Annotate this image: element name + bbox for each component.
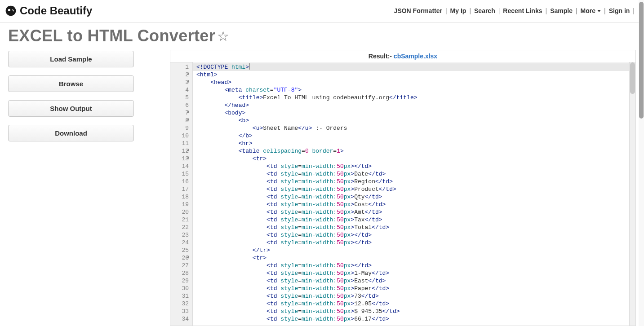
nav-separator: | [633,7,635,14]
code-line[interactable]: <hr> [196,140,634,147]
fold-toggle-icon[interactable] [187,72,190,76]
code-line[interactable]: <tr> [196,254,634,262]
main-content: Load SampleBrowseShow OutputDownload Res… [0,50,644,326]
code-line[interactable]: <td style=min-width:50px>Date</td> [196,170,634,178]
code-line[interactable]: <td style=min-width:50px>Qty</td> [196,193,634,201]
nav-separator: | [546,7,547,14]
code-line[interactable]: <u>Sheet Name</u> :- Orders [196,124,634,132]
text-cursor [249,63,249,70]
code-line[interactable]: <td style=min-width:50px>Tax</td> [196,216,634,224]
editor-scrollbar[interactable] [629,62,635,326]
code-line[interactable]: <td style=min-width:50px>73</td> [196,292,634,300]
gutter-line: 5 [170,94,189,101]
nav-link-my-ip[interactable]: My Ip [450,7,466,14]
gutter-line: 11 [170,140,189,147]
code-line[interactable]: <b> [196,117,634,124]
code-line[interactable]: <td style=min-width:50px>1-May</td> [196,269,634,277]
editor-scrollbar-thumb[interactable] [630,62,635,94]
code-line[interactable]: <td style=min-width:50px>Paper</td> [196,285,634,292]
top-header: Code Beautify JSON Formatter|My Ip|Searc… [0,0,644,23]
nav-link-search[interactable]: Search [474,7,495,14]
page-scrollbar-thumb[interactable] [639,2,644,119]
gutter-line: 30 [170,285,189,292]
fold-toggle-icon[interactable] [187,110,190,114]
code-line[interactable]: <td style=min-width:50px>12.95</td> [196,300,634,308]
brand[interactable]: Code Beautify [4,4,92,17]
nav-separator: | [498,7,500,14]
gutter-line: 9 [170,124,189,132]
code-line[interactable]: <head> [196,79,634,86]
code-line[interactable]: <td style=min-width:50px>Total</td> [196,224,634,231]
gutter-line: 29 [170,277,189,285]
download-button[interactable]: Download [8,125,134,141]
code-line[interactable]: </b> [196,132,634,140]
gutter-line: 34 [170,315,189,323]
fold-toggle-icon[interactable] [187,149,190,152]
brand-icon [4,4,17,17]
gutter-line: 33 [170,308,189,315]
code-line[interactable]: <table cellspacing=0 border=1> [196,147,634,155]
show-output-button[interactable]: Show Output [8,100,134,117]
code-line[interactable]: <html> [196,71,634,79]
code-line[interactable]: <td style=min-width:50px></td> [196,163,634,170]
code-line[interactable]: <td style=min-width:50px>Amt</td> [196,208,634,216]
page-scrollbar[interactable] [639,0,644,326]
code-line[interactable]: <td style=min-width:50px>East</td> [196,277,634,285]
gutter-line: 28 [170,269,189,277]
code-line[interactable]: <td style=min-width:50px></td> [196,239,634,247]
gutter-line: 12 [170,147,189,155]
code-line[interactable]: <td style=min-width:50px></td> [196,262,634,269]
fold-toggle-icon[interactable] [187,156,190,160]
nav-link-json-formatter[interactable]: JSON Formatter [394,7,442,14]
gutter-line: 20 [170,208,189,216]
nav-links: JSON Formatter|My Ip|Search|Recent Links… [394,7,636,14]
code-line[interactable]: <td style=min-width:50px>Region</td> [196,178,634,185]
nav-link-sample[interactable]: Sample [550,7,573,14]
editor-gutter: 1234567891011121314151617181920212223242… [170,62,193,326]
load-sample-button[interactable]: Load Sample [8,51,134,67]
gutter-line: 18 [170,193,189,201]
nav-separator: | [576,7,577,14]
nav-link-more[interactable]: More [581,7,601,14]
code-line[interactable]: <td style=min-width:50px></td> [196,231,634,239]
code-line[interactable]: <tr> [196,155,634,163]
fold-toggle-icon[interactable] [187,256,190,259]
code-line[interactable]: <body> [196,109,634,117]
gutter-line: 4 [170,86,189,94]
gutter-line: 1 [170,63,189,71]
code-line[interactable]: <meta charset="UTF-8"> [196,86,634,94]
browse-button[interactable]: Browse [8,75,134,92]
code-line[interactable]: </tr> [196,247,634,254]
gutter-line: 14 [170,163,189,170]
code-editor[interactable]: 1234567891011121314151617181920212223242… [170,62,635,326]
nav-link-sign-in[interactable]: Sign in [609,7,630,14]
gutter-line: 19 [170,201,189,208]
code-line[interactable]: <title>Excel To HTML using codebeautify.… [196,94,634,101]
code-line[interactable]: <td style=min-width:50px>$ 945.35</td> [196,308,634,315]
fold-toggle-icon[interactable] [187,118,190,122]
result-label: Result:- [369,53,394,60]
gutter-line: 7 [170,109,189,117]
nav-separator: | [469,7,471,14]
sidebar: Load SampleBrowseShow OutputDownload [8,50,134,150]
code-line[interactable]: <td style=min-width:50px>66.17</td> [196,315,634,323]
editor-code[interactable]: <!DOCTYPE html><html> <head> <meta chars… [193,62,635,326]
code-line[interactable]: </head> [196,101,634,109]
code-line[interactable]: <td style=min-width:50px>Product</td> [196,185,634,193]
result-header: Result:- cbSample.xlsx [170,50,635,62]
nav-link-recent-links[interactable]: Recent Links [503,7,542,14]
page-title-row: EXCEL to HTML Converter ☆ [0,23,644,50]
gutter-line: 2 [170,71,189,79]
brand-text: Code Beautify [20,4,92,17]
gutter-line: 17 [170,185,189,193]
gutter-line: 31 [170,292,189,300]
svg-point-1 [8,9,10,11]
favorite-star-icon[interactable]: ☆ [217,28,229,44]
gutter-line: 25 [170,247,189,254]
fold-toggle-icon[interactable] [187,80,190,84]
code-line[interactable]: <!DOCTYPE html> [193,63,635,71]
result-filename[interactable]: cbSample.xlsx [394,53,437,60]
gutter-line: 32 [170,300,189,308]
gutter-line: 21 [170,216,189,224]
code-line[interactable]: <td style=min-width:50px>Cost</td> [196,201,634,208]
